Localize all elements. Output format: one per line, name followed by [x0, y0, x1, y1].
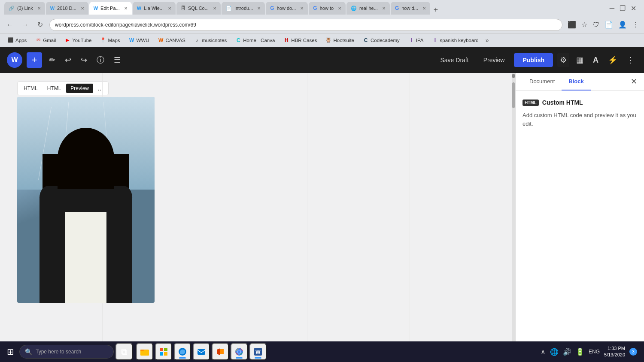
tab-7-favicon: G — [270, 5, 274, 11]
editor-scrollbar[interactable] — [512, 73, 515, 347]
undo-button[interactable]: ↩ — [62, 53, 74, 67]
list-view-button[interactable]: ☰ — [111, 53, 123, 67]
preview-tab-button[interactable]: Preview — [66, 84, 93, 93]
jetpack-button[interactable]: ⚡ — [605, 53, 620, 67]
block-navigation-button[interactable]: ▦ — [574, 53, 586, 67]
more-options-button[interactable]: ⋮ — [624, 53, 637, 67]
tab-1-close[interactable]: ✕ — [37, 6, 41, 11]
font-button[interactable]: A — [590, 53, 601, 67]
tab-5-close[interactable]: ✕ — [213, 6, 216, 11]
bookmark-youtube[interactable]: ▶ YouTube — [61, 36, 95, 45]
scrollbar-thumb[interactable] — [512, 82, 515, 108]
bookmark-maps-label: Maps — [108, 38, 120, 43]
taskbar-file-explorer[interactable] — [136, 343, 153, 360]
forward-button[interactable]: → — [20, 20, 31, 30]
wp-logo[interactable]: W — [7, 52, 22, 68]
sidebar-tabs: Document Block ✕ — [516, 73, 644, 90]
taskbar-task-view[interactable]: ⧉ — [115, 343, 133, 360]
show-hidden-icons[interactable]: ∧ — [541, 348, 546, 356]
edit-tool-button[interactable]: ✏ — [46, 53, 58, 67]
profile-button[interactable]: 👤 — [617, 20, 628, 30]
tab-1[interactable]: 🔗 (3) Link ✕ — [4, 2, 45, 15]
tab-6-close[interactable]: ✕ — [257, 6, 261, 11]
tab-9[interactable]: 🌐 real he... ✕ — [346, 2, 390, 15]
extensions-button[interactable]: ⬛ — [567, 20, 577, 30]
tab-5[interactable]: 🗄 SQL Co... ✕ — [176, 2, 221, 15]
block-more-options-button[interactable]: ... — [94, 83, 106, 94]
tab-8[interactable]: G how to ✕ — [309, 2, 346, 15]
tab-6[interactable]: 📄 Introdu... ✕ — [222, 2, 265, 15]
pdf-button[interactable]: 📄 — [604, 20, 614, 30]
add-block-button[interactable]: + — [27, 52, 42, 68]
browser-titlebar: 🔗 (3) Link ✕ W 2018 D... ✕ W Edit Pa... … — [0, 0, 644, 16]
window-controls: ─ ❐ ✕ — [610, 4, 640, 12]
ime-icon[interactable]: ENG — [589, 349, 600, 355]
redo-button[interactable]: ↪ — [78, 53, 90, 67]
network-icon[interactable]: 🌐 — [550, 348, 559, 356]
start-button[interactable]: ⊞ — [3, 344, 18, 359]
tab-4-close[interactable]: ✕ — [168, 6, 171, 11]
minimize-icon[interactable]: ─ — [610, 4, 614, 12]
sidebar-tab-document[interactable]: Document — [522, 73, 562, 90]
address-input[interactable] — [49, 19, 562, 31]
tab-3-active[interactable]: W Edit Pa... ✕ — [89, 2, 132, 15]
taskbar-mail[interactable] — [193, 343, 210, 360]
battery-icon[interactable]: 🔋 — [576, 348, 584, 356]
taskbar-word[interactable]: W — [249, 343, 267, 360]
scrollbar-up-arrow[interactable] — [512, 74, 515, 78]
tab-4[interactable]: W Lia Wie... ✕ — [133, 2, 176, 15]
editor-main[interactable]: HTML HTML Preview ... — [0, 73, 512, 347]
tab-7[interactable]: G how do... ✕ — [266, 2, 308, 15]
maximize-icon[interactable]: ❐ — [620, 4, 626, 12]
bookmark-hootsuite[interactable]: 🦉 Hootsuite — [322, 36, 358, 45]
tab-7-close[interactable]: ✕ — [300, 6, 304, 11]
bookmark-spanish[interactable]: I spanish keyboard — [428, 36, 482, 45]
shield-icon[interactable]: 🛡 — [592, 20, 600, 30]
taskbar-search[interactable]: 🔍 Type here to search — [19, 345, 114, 359]
tab-3-close[interactable]: ✕ — [124, 6, 128, 11]
preview-button[interactable]: Preview — [478, 54, 510, 66]
bookmark-canva[interactable]: C Home - Canva — [232, 36, 278, 45]
tab-9-close[interactable]: ✕ — [382, 6, 386, 11]
volume-icon[interactable]: 🔊 — [563, 348, 571, 356]
back-button[interactable]: ← — [4, 20, 15, 30]
info-button[interactable]: ⓘ — [94, 52, 107, 68]
sidebar-close-button[interactable]: ✕ — [631, 77, 637, 86]
svg-rect-6 — [164, 352, 167, 356]
notification-badge[interactable]: 3 — [629, 348, 637, 356]
settings-button[interactable]: ⚙ — [557, 53, 569, 67]
taskbar-chrome[interactable] — [231, 343, 248, 360]
close-icon[interactable]: ✕ — [631, 4, 636, 12]
sidebar-tab-block[interactable]: Block — [562, 73, 590, 90]
html-tab-button-2[interactable]: HTML — [43, 84, 66, 93]
bookmark-maps[interactable]: 📍 Maps — [97, 36, 123, 45]
html-tab-button[interactable]: HTML — [19, 84, 42, 93]
bookmark-musicnotes[interactable]: ♪ musicnotes — [191, 36, 230, 45]
refresh-button[interactable]: ↻ — [35, 20, 45, 30]
tab-2-close[interactable]: ✕ — [81, 6, 84, 11]
publish-button[interactable]: Publish — [514, 53, 553, 67]
save-draft-button[interactable]: Save Draft — [435, 54, 474, 66]
hootsuite-icon: 🦉 — [325, 37, 331, 43]
bookmark-button[interactable]: ☆ — [580, 20, 588, 30]
menu-button[interactable]: ⋮ — [631, 20, 640, 30]
taskbar-store[interactable] — [155, 343, 172, 360]
bookmark-wwu[interactable]: W WWU — [125, 36, 153, 45]
tab-2[interactable]: W 2018 D... ✕ — [46, 2, 88, 15]
bookmark-apps[interactable]: ⬛ Apps — [4, 36, 30, 45]
tab-10[interactable]: G how d... ✕ — [391, 2, 430, 15]
bookmarks-more-button[interactable]: » — [486, 37, 489, 44]
taskbar-edge[interactable] — [174, 343, 191, 360]
bookmark-canvas[interactable]: W CANVAS — [155, 36, 189, 45]
new-tab-button[interactable]: + — [431, 6, 441, 15]
tab-8-close[interactable]: ✕ — [338, 6, 341, 11]
bookmark-gmail[interactable]: ✉ Gmail — [32, 36, 59, 45]
tab-10-close[interactable]: ✕ — [422, 6, 426, 11]
bookmark-ipa[interactable]: I IPA — [405, 36, 427, 45]
taskbar-office[interactable] — [212, 343, 229, 360]
tab-9-favicon: 🌐 — [351, 6, 357, 11]
bookmark-codecademy[interactable]: C Codecademy — [359, 36, 403, 45]
taskbar-clock[interactable]: 1:33 PM 5/13/2020 — [604, 345, 625, 359]
bookmark-hbr[interactable]: H HBR Cases — [280, 36, 320, 45]
right-sidebar: Document Block ✕ HTML Custom HTML Add cu… — [515, 73, 644, 347]
